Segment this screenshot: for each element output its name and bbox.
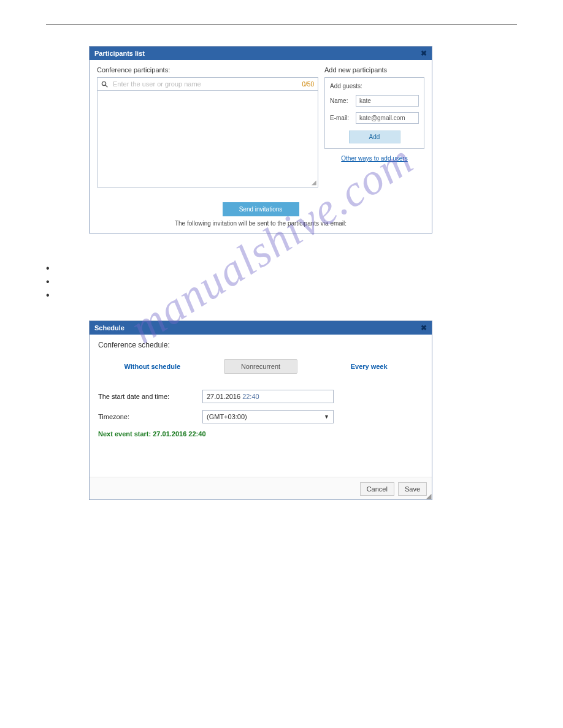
name-label: Name: bbox=[330, 97, 352, 104]
other-ways-link[interactable]: Other ways to add users bbox=[341, 155, 407, 162]
conference-participants-label: Conference participants: bbox=[97, 66, 318, 74]
participants-title: Participants list bbox=[94, 50, 145, 57]
save-button[interactable]: Save bbox=[398, 482, 427, 496]
search-box[interactable]: 0/50 bbox=[97, 77, 318, 91]
add-new-participants-label: Add new participants bbox=[324, 66, 424, 74]
add-guests-label: Add guests: bbox=[330, 83, 419, 89]
start-datetime-input[interactable]: 27.01.2016 22:40 bbox=[202, 390, 334, 403]
bullet-item bbox=[46, 276, 517, 290]
timezone-select[interactable]: (GMT+03:00) ▼ bbox=[202, 410, 334, 423]
bullet-list bbox=[46, 263, 517, 303]
email-label: E-mail: bbox=[330, 115, 352, 121]
start-date-value: 27.01.2016 bbox=[207, 393, 242, 400]
svg-line-1 bbox=[105, 85, 107, 86]
add-button[interactable]: Add bbox=[349, 131, 400, 143]
resize-grip-icon[interactable]: ◢ bbox=[312, 179, 316, 186]
close-icon[interactable]: ✖ bbox=[421, 49, 427, 58]
timezone-value: (GMT+03:00) bbox=[207, 413, 247, 420]
top-divider bbox=[46, 25, 517, 25]
tab-every-week[interactable]: Every week bbox=[332, 360, 406, 373]
search-icon bbox=[101, 81, 108, 88]
bullet-item bbox=[46, 263, 517, 276]
participants-panel: Participants list ✖ Conference participa… bbox=[89, 46, 432, 233]
participants-list-area[interactable]: ◢ bbox=[97, 91, 318, 188]
tab-without-schedule[interactable]: Without schedule bbox=[115, 360, 189, 373]
invitation-note: The following invitation will be sent to… bbox=[90, 220, 432, 233]
send-invitations-button[interactable]: Send invitations bbox=[223, 202, 299, 216]
search-input[interactable] bbox=[112, 80, 302, 88]
start-time-value: 22:40 bbox=[242, 393, 259, 400]
participant-counter: 0/50 bbox=[302, 81, 314, 88]
bullet-item bbox=[46, 290, 517, 303]
email-field[interactable] bbox=[356, 112, 419, 124]
timezone-label: Timezone: bbox=[98, 413, 202, 420]
schedule-panel: Schedule ✖ Conference schedule: Without … bbox=[89, 320, 432, 500]
cancel-button[interactable]: Cancel bbox=[360, 482, 394, 496]
schedule-tabs: Without schedule Nonrecurrent Every week bbox=[98, 359, 423, 374]
svg-point-0 bbox=[102, 82, 105, 85]
chevron-down-icon: ▼ bbox=[324, 414, 329, 420]
next-event-text: Next event start: 27.01.2016 22:40 bbox=[98, 430, 423, 438]
conference-schedule-label: Conference schedule: bbox=[98, 341, 423, 349]
schedule-footer: Cancel Save ◢ bbox=[90, 477, 432, 499]
tab-nonrecurrent[interactable]: Nonrecurrent bbox=[224, 359, 297, 374]
close-icon[interactable]: ✖ bbox=[421, 324, 427, 332]
resize-grip-icon[interactable]: ◢ bbox=[426, 492, 431, 500]
participants-header: Participants list ✖ bbox=[90, 47, 432, 60]
add-guests-box: Add guests: Name: E-mail: Add bbox=[324, 77, 424, 149]
start-datetime-label: The start date and time: bbox=[98, 393, 202, 400]
schedule-title: Schedule bbox=[94, 324, 124, 332]
name-field[interactable] bbox=[356, 95, 419, 107]
schedule-header: Schedule ✖ bbox=[90, 321, 432, 335]
